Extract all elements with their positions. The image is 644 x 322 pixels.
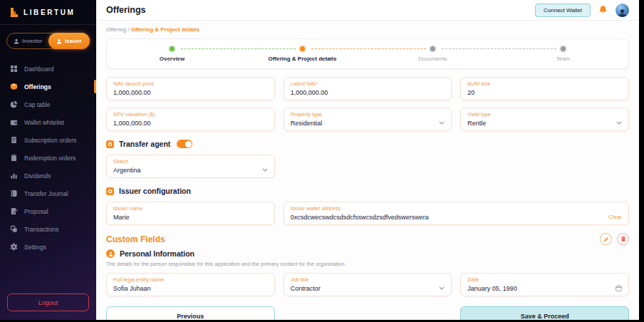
issuer-configuration-badge-icon — [106, 187, 114, 195]
issuer-wallet-address-field[interactable]: Issuer wallet address 0xcsdcwecswdcsdsdc… — [284, 202, 629, 225]
chevron-down-icon — [439, 121, 445, 125]
sidebar-item-label: Transfer Journal — [24, 190, 68, 197]
calendar-icon[interactable] — [616, 285, 622, 291]
proposal-doc-icon — [10, 207, 18, 215]
sidebar-item-settings[interactable]: Settings — [0, 238, 96, 256]
sidebar-item-label: Dashboard — [24, 66, 54, 73]
transfer-agent-country-select[interactable]: Select Argentina — [106, 155, 275, 178]
person-icon — [106, 249, 115, 258]
field-label: SPV valuation ($) — [113, 111, 268, 118]
property-type-select[interactable]: Property type Residential — [284, 108, 452, 131]
transfer-agent-toggle[interactable] — [177, 140, 192, 148]
personal-information-row: Full legal entity name Sofia Juhaan Job … — [106, 273, 629, 296]
investor-toggle[interactable]: Investor — [7, 33, 49, 48]
issuer-name-field[interactable]: Issuer name Marie — [106, 202, 275, 225]
breadcrumb-parent[interactable]: Offering — [106, 26, 126, 33]
full-legal-entity-name-field[interactable]: Full legal entity name Sofia Juhaan — [106, 273, 275, 296]
previous-button[interactable]: Previous — [106, 306, 275, 320]
edit-icon[interactable] — [600, 233, 612, 245]
top-header: Offerings Connect Wallet — [96, 0, 639, 21]
transfer-agent-section-header: Transfer agent — [106, 140, 629, 148]
field-label: Issuer wallet address — [291, 205, 622, 212]
date-field[interactable]: Date January 05, 1990 — [460, 273, 629, 296]
spv-valuation-field[interactable]: SPV valuation ($) 1,000,000.00 — [106, 108, 275, 131]
section-title: Transfer agent — [119, 140, 170, 148]
sidebar-item-redemption-orders[interactable]: Redemption orders — [0, 149, 96, 167]
job-title-select[interactable]: Job title Contractor — [284, 273, 452, 296]
field-value: January 05, 1990 — [467, 285, 517, 292]
stepper-line-active — [311, 48, 426, 49]
custom-fields-actions — [600, 233, 629, 245]
field-label: Job title — [291, 276, 445, 283]
transfer-agent-badge-icon — [106, 140, 114, 148]
custom-fields-title: Custom Fields — [106, 234, 165, 244]
issuer-toggle[interactable]: Issuer — [48, 33, 90, 49]
field-label: Full legal entity name — [113, 276, 268, 283]
sidebar-item-offerings[interactable]: Offerings — [0, 78, 96, 95]
bar-chart-icon — [10, 172, 18, 180]
sidebar-item-dividends[interactable]: Dividends — [0, 167, 96, 185]
field-label: NAV launch price — [113, 80, 268, 87]
nav-launch-price-field[interactable]: NAV launch price 1,000,000.00 — [106, 77, 275, 100]
field-label: Date — [467, 276, 622, 283]
page-title: Offerings — [106, 5, 146, 15]
save-proceed-button[interactable]: Save & Proceed — [460, 306, 629, 320]
sidebar-item-transactions[interactable]: Transactions — [0, 220, 96, 238]
book-icon — [10, 189, 18, 197]
clear-wallet-link[interactable]: Clear — [608, 214, 622, 220]
pie-chart-icon — [10, 100, 18, 108]
field-label: Property type — [291, 111, 445, 118]
sidebar-divider — [0, 24, 96, 25]
investor-label: Investor — [22, 38, 42, 44]
breadcrumb: Offering / Offering & Project details — [106, 26, 629, 33]
sidebar-item-cap-table[interactable]: Cap table — [0, 95, 96, 113]
chevron-down-icon — [616, 121, 622, 125]
app-window: LIBERTUM Investor Issuer Dashboard — [0, 0, 639, 320]
clipboard-icon — [10, 154, 18, 162]
header-actions: Connect Wallet — [535, 4, 629, 17]
role-toggle: Investor Issuer — [6, 33, 90, 49]
document-icon — [10, 136, 18, 144]
delete-icon[interactable] — [617, 233, 629, 245]
sidebar: LIBERTUM Investor Issuer Dashboard — [0, 0, 96, 320]
field-value: 1,000,000.00 — [291, 89, 328, 96]
sidebar-item-wallet-whitelist[interactable]: Wallet whitelist — [0, 113, 96, 131]
step-dot-pending — [430, 46, 435, 51]
field-value: 20 — [467, 89, 474, 96]
chevron-down-icon — [262, 168, 268, 172]
yield-type-select[interactable]: Yield type Rentle — [460, 108, 629, 131]
field-label: Issuer name — [113, 205, 268, 212]
sidebar-nav: Dashboard Offerings Cap table Wallet whi… — [0, 58, 96, 294]
issuer-configuration-row: Issuer name Marie Issuer wallet address … — [106, 202, 629, 225]
sidebar-item-dashboard[interactable]: Dashboard — [0, 60, 96, 78]
offerings-icon — [10, 83, 18, 90]
field-value: Sofia Juhaan — [113, 285, 151, 292]
aum-size-field[interactable]: AUM size 20 — [460, 77, 629, 100]
issuer-person-icon — [56, 38, 62, 44]
sidebar-item-proposal[interactable]: Proposal — [0, 202, 96, 220]
sidebar-item-label: Proposal — [24, 208, 48, 215]
field-label: AUM size — [467, 80, 622, 87]
section-title: Issuer configuration — [119, 187, 191, 195]
main-area: Offerings Connect Wallet Offering / Offe… — [96, 0, 639, 320]
sidebar-item-label: Cap table — [24, 101, 50, 108]
latest-nav-field[interactable]: Latest NAV 1,000,000.00 — [284, 77, 452, 100]
custom-fields-header: Custom Fields — [106, 233, 629, 245]
libertum-logo-icon — [9, 7, 19, 18]
sidebar-item-label: Dividends — [24, 172, 51, 180]
section-title: Personal Information — [120, 249, 194, 258]
field-value: Residential — [291, 120, 323, 127]
connect-wallet-button[interactable]: Connect Wallet — [535, 4, 591, 17]
sidebar-item-subscription-orders[interactable]: Subscription orders — [0, 131, 96, 149]
avatar[interactable] — [616, 4, 629, 17]
step-label: Documents — [418, 56, 447, 62]
sidebar-item-transfer-journal[interactable]: Transfer Journal — [0, 185, 96, 202]
field-value: Rentle — [467, 120, 486, 127]
step-label: Overview — [160, 56, 185, 62]
breadcrumb-current: Offering & Project details — [131, 26, 199, 33]
step-dot-complete — [170, 46, 175, 51]
transactions-icon — [10, 225, 18, 233]
bell-icon[interactable] — [598, 5, 608, 15]
logout-button[interactable]: Logout — [7, 294, 89, 311]
logo: LIBERTUM — [0, 0, 96, 24]
